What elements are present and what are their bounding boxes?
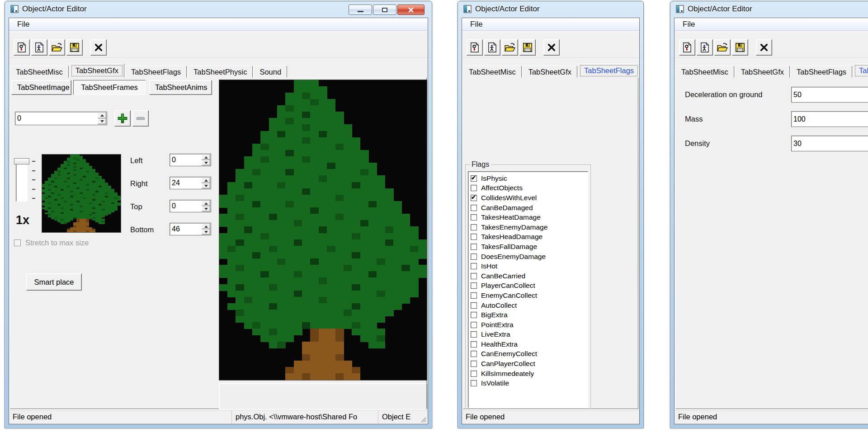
flag-item[interactable]: TakesHeadDamage [471, 232, 588, 242]
flag-checkbox[interactable] [471, 254, 477, 260]
open-button[interactable] [49, 39, 65, 56]
flag-item[interactable]: PlayerCanCollect [471, 281, 588, 291]
titlebar[interactable]: Object/Actor Editor [458, 1, 643, 17]
flag-item[interactable]: LiveExtra [471, 330, 588, 340]
flag-checkbox[interactable] [471, 263, 477, 269]
save-button[interactable] [66, 39, 83, 56]
flag-checkbox[interactable] [471, 195, 477, 201]
spin-up-button[interactable] [98, 113, 106, 118]
flag-checkbox[interactable] [471, 292, 477, 299]
new-object-button[interactable] [467, 39, 483, 56]
spin-down-button[interactable] [98, 118, 106, 124]
flag-item[interactable]: CanPlayerCollect [471, 359, 588, 369]
flag-checkbox[interactable] [471, 371, 477, 377]
flag-item[interactable]: CanBeCarried [471, 271, 588, 281]
flag-item[interactable]: HealthExtra [471, 339, 588, 349]
close-button[interactable] [397, 5, 425, 15]
tab-item[interactable]: TabSheetPhysic [853, 63, 868, 78]
flag-checkbox[interactable] [471, 205, 477, 211]
add-frame-button[interactable] [114, 110, 131, 127]
flag-item[interactable]: IsHot [471, 261, 588, 271]
flags-listbox[interactable]: IsPhysic AffectObjects CollidesWithLevel [468, 171, 588, 408]
flag-checkbox[interactable] [471, 175, 477, 182]
spin-down-button[interactable] [202, 160, 210, 165]
spin-down-button[interactable] [202, 229, 210, 235]
tab-item[interactable]: TabSheetFlags [578, 63, 640, 78]
frame-preview-canvas[interactable] [219, 80, 427, 380]
field-input[interactable] [791, 87, 868, 103]
zoom-trackbar-thumb[interactable] [14, 158, 29, 164]
tab-item[interactable]: TabSheetFlags [125, 66, 187, 78]
menu-file[interactable]: File [13, 19, 34, 30]
flag-item[interactable]: AutoCollect [471, 301, 588, 310]
flag-item[interactable]: EnemyCanCollect [471, 291, 588, 301]
subtab-image[interactable]: TabSheetImage [11, 80, 71, 95]
spin-up-button[interactable] [202, 224, 210, 229]
menu-file[interactable]: File [678, 19, 699, 30]
menu-file[interactable]: File [466, 19, 487, 30]
smart-place-button[interactable]: Smart place [26, 273, 82, 291]
flag-item[interactable]: CanBeDamaged [471, 203, 588, 213]
maximize-button[interactable] [373, 5, 396, 15]
close-file-button[interactable] [756, 39, 772, 56]
new-actor-button[interactable] [484, 39, 500, 56]
flag-checkbox[interactable] [471, 282, 477, 289]
spin-down-button[interactable] [202, 183, 210, 188]
save-button[interactable] [519, 39, 536, 56]
spin-down-button[interactable] [202, 206, 210, 211]
new-object-button[interactable] [679, 39, 695, 56]
titlebar[interactable]: Object/Actor Editor [670, 1, 868, 17]
tab-item[interactable]: TabSheetGfx [735, 66, 790, 78]
flag-checkbox[interactable] [471, 380, 477, 386]
flag-checkbox[interactable] [471, 312, 477, 318]
flag-checkbox[interactable] [471, 351, 477, 357]
zoom-trackbar-channel[interactable] [16, 164, 28, 202]
field-input[interactable] [791, 111, 868, 127]
field-input[interactable] [791, 136, 868, 151]
tab-item[interactable]: TabSheetMisc [10, 66, 69, 78]
close-file-button[interactable] [543, 39, 560, 56]
flag-checkbox[interactable] [471, 224, 477, 230]
spin-up-button[interactable] [202, 155, 210, 160]
tab-item[interactable]: TabSheetFlags [791, 66, 852, 78]
flag-item[interactable]: TakesHeatDamage [471, 212, 588, 222]
new-object-button[interactable] [14, 39, 30, 56]
open-button[interactable] [502, 39, 518, 56]
flag-checkbox[interactable] [471, 234, 477, 240]
spin-up-button[interactable] [202, 178, 210, 183]
flag-item[interactable]: AffectObjects [471, 183, 588, 193]
save-button[interactable] [732, 39, 748, 56]
flag-item[interactable]: CollidesWithLevel [471, 193, 588, 203]
flag-checkbox[interactable] [471, 322, 477, 328]
spin-up-button[interactable] [202, 201, 210, 206]
remove-frame-button[interactable] [132, 110, 149, 127]
flag-item[interactable]: IsPhysic [471, 174, 588, 183]
tab-item[interactable]: TabSheetGfx [523, 66, 577, 78]
resize-grip-icon[interactable] [420, 416, 427, 423]
flag-item[interactable]: KillsImmedeately [471, 369, 588, 379]
tab-item[interactable]: Sound [254, 66, 287, 78]
minimize-button[interactable] [349, 5, 372, 15]
flag-item[interactable]: TakesEnemyDamage [471, 222, 588, 232]
tab-item[interactable]: TabSheetGfx [70, 63, 124, 78]
flag-item[interactable]: CanEnemyCollect [471, 349, 588, 359]
subtab-anims[interactable]: TabSheetAnims [149, 80, 212, 95]
tab-item[interactable]: TabSheetMisc [463, 66, 522, 78]
flag-item[interactable]: DoesEnemyDamage [471, 252, 588, 262]
flag-checkbox[interactable] [471, 244, 477, 250]
close-file-button[interactable] [90, 39, 107, 56]
flag-checkbox[interactable] [471, 185, 477, 191]
flag-checkbox[interactable] [471, 341, 477, 347]
flag-checkbox[interactable] [471, 302, 477, 309]
flag-item[interactable]: PointExtra [471, 320, 588, 330]
subtab-frames[interactable]: TabSheetFrames [73, 80, 146, 95]
open-button[interactable] [714, 39, 731, 56]
new-actor-button[interactable] [697, 39, 713, 56]
flag-item[interactable]: BigExtra [471, 310, 588, 320]
flag-checkbox[interactable] [471, 214, 477, 221]
flag-item[interactable]: IsVolatile [471, 378, 588, 388]
tab-item[interactable]: TabSheetPhysic [188, 66, 253, 78]
flag-item[interactable]: TakesFallDamage [471, 242, 588, 252]
frame-index-input[interactable] [15, 112, 107, 125]
new-actor-button[interactable] [31, 39, 47, 56]
